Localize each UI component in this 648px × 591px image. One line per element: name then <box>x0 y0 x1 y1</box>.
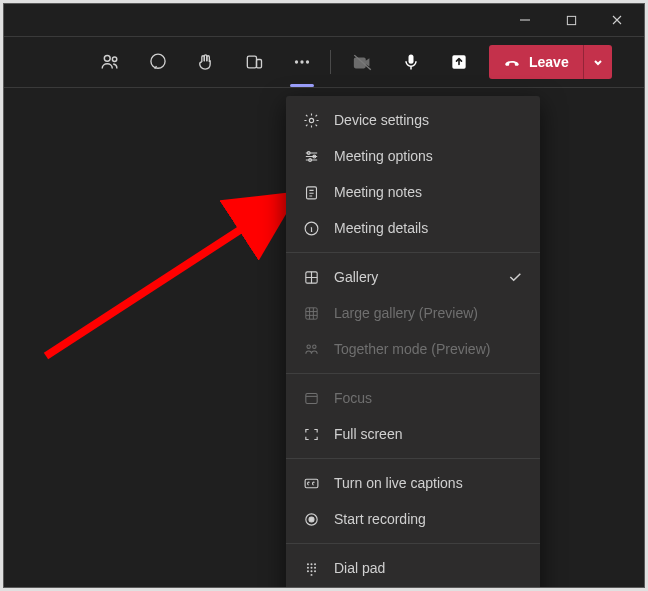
svg-point-33 <box>310 570 312 572</box>
rooms-button[interactable] <box>230 38 278 86</box>
camera-button[interactable] <box>339 38 387 86</box>
svg-point-12 <box>309 118 313 122</box>
menu-item-dial-pad[interactable]: Dial pad <box>286 550 540 586</box>
raise-hand-icon <box>196 52 216 72</box>
svg-rect-22 <box>305 393 316 403</box>
meeting-content: Device settings Meeting options Meeting … <box>4 88 644 587</box>
rooms-icon <box>244 52 264 72</box>
chevron-down-icon <box>592 56 604 68</box>
minimize-icon <box>519 14 531 26</box>
large-gallery-icon <box>302 304 320 322</box>
share-button[interactable] <box>435 38 483 86</box>
menu-separator <box>286 252 540 253</box>
gear-icon <box>302 111 320 129</box>
more-actions-menu: Device settings Meeting options Meeting … <box>286 96 540 588</box>
leave-button[interactable]: Leave <box>489 45 584 79</box>
menu-label: Dial pad <box>334 560 524 576</box>
menu-item-large-gallery: Large gallery (Preview) <box>286 295 540 331</box>
svg-rect-9 <box>409 55 414 64</box>
menu-item-live-captions[interactable]: Turn on live captions <box>286 465 540 501</box>
participants-button[interactable] <box>86 38 134 86</box>
svg-point-29 <box>306 566 308 568</box>
menu-item-meeting-notes[interactable]: Meeting notes <box>286 174 540 210</box>
svg-point-32 <box>306 570 308 572</box>
fullscreen-icon <box>302 425 320 443</box>
menu-item-full-screen[interactable]: Full screen <box>286 416 540 452</box>
svg-point-35 <box>310 573 312 575</box>
menu-item-turn-off-incoming-video[interactable]: Turn off incoming video <box>286 586 540 588</box>
reactions-button[interactable] <box>182 38 230 86</box>
minimize-button[interactable] <box>502 6 548 34</box>
svg-rect-5 <box>257 60 262 68</box>
annotation-arrow <box>26 186 326 386</box>
svg-point-6 <box>295 60 298 63</box>
info-icon <box>302 219 320 237</box>
checkmark-icon <box>506 269 524 285</box>
svg-point-3 <box>151 54 165 68</box>
menu-label: Meeting notes <box>334 184 524 200</box>
together-icon <box>302 340 320 358</box>
menu-label: Large gallery (Preview) <box>334 305 524 321</box>
mic-icon <box>401 52 421 72</box>
menu-item-focus: Focus <box>286 380 540 416</box>
menu-label: Full screen <box>334 426 524 442</box>
svg-point-31 <box>314 566 316 568</box>
menu-label: Meeting options <box>334 148 524 164</box>
camera-off-icon <box>352 51 374 73</box>
toolbar-separator <box>330 50 331 74</box>
leave-split-button: Leave <box>489 45 612 79</box>
more-actions-button[interactable] <box>278 38 326 86</box>
close-icon <box>611 14 623 26</box>
chat-button[interactable] <box>134 38 182 86</box>
captions-icon <box>302 474 320 492</box>
close-button[interactable] <box>594 6 640 34</box>
svg-point-28 <box>314 563 316 565</box>
leave-dropdown-button[interactable] <box>584 45 612 79</box>
menu-separator <box>286 373 540 374</box>
svg-point-7 <box>300 60 303 63</box>
svg-rect-0 <box>567 16 575 24</box>
svg-point-21 <box>312 344 315 347</box>
menu-label: Device settings <box>334 112 524 128</box>
menu-item-meeting-details[interactable]: Meeting details <box>286 210 540 246</box>
menu-label: Start recording <box>334 511 524 527</box>
app-window: Leave Device settings <box>3 3 645 588</box>
svg-rect-19 <box>305 307 316 318</box>
chat-icon <box>148 52 168 72</box>
svg-point-8 <box>306 60 309 63</box>
menu-item-together-mode: Together mode (Preview) <box>286 331 540 367</box>
maximize-icon <box>566 15 577 26</box>
share-icon <box>449 52 469 72</box>
menu-label: Together mode (Preview) <box>334 341 524 357</box>
svg-point-27 <box>310 563 312 565</box>
menu-label: Focus <box>334 390 524 406</box>
menu-item-meeting-options[interactable]: Meeting options <box>286 138 540 174</box>
gallery-icon <box>302 268 320 286</box>
svg-point-20 <box>306 344 309 347</box>
menu-item-gallery[interactable]: Gallery <box>286 259 540 295</box>
svg-point-2 <box>112 57 116 61</box>
titlebar <box>4 4 644 36</box>
maximize-button[interactable] <box>548 6 594 34</box>
svg-rect-4 <box>247 56 256 68</box>
menu-item-start-recording[interactable]: Start recording <box>286 501 540 537</box>
dialpad-icon <box>302 559 320 577</box>
hangup-icon <box>503 53 521 71</box>
focus-icon <box>302 389 320 407</box>
svg-point-25 <box>309 517 314 522</box>
menu-label: Meeting details <box>334 220 524 236</box>
more-icon <box>291 51 313 73</box>
record-icon <box>302 510 320 528</box>
menu-item-device-settings[interactable]: Device settings <box>286 102 540 138</box>
svg-point-34 <box>314 570 316 572</box>
mic-button[interactable] <box>387 38 435 86</box>
sliders-icon <box>302 147 320 165</box>
notes-icon <box>302 183 320 201</box>
menu-separator <box>286 543 540 544</box>
svg-point-1 <box>104 55 110 61</box>
svg-line-11 <box>46 200 286 356</box>
people-icon <box>99 51 121 73</box>
leave-label: Leave <box>529 54 569 70</box>
menu-label: Turn on live captions <box>334 475 524 491</box>
svg-point-26 <box>306 563 308 565</box>
